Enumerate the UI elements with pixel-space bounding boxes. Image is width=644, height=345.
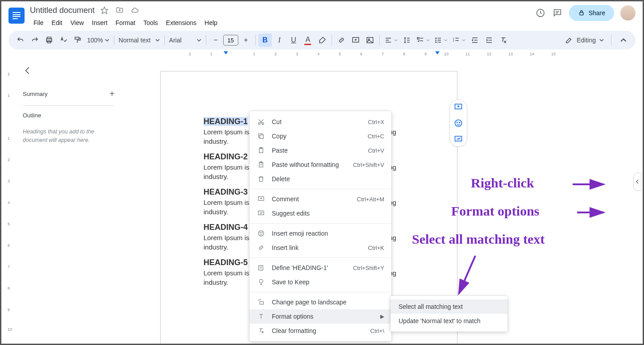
ctx-delete[interactable]: Delete <box>249 172 391 186</box>
menu-edit[interactable]: Edit <box>48 17 66 28</box>
ctx-comment[interactable]: CommentCtrl+Alt+M <box>249 192 391 206</box>
add-emoji-icon[interactable] <box>454 119 463 128</box>
menu-view[interactable]: View <box>67 17 87 28</box>
font-size-decrease[interactable]: − <box>209 33 222 47</box>
annotation-1: Right-click <box>471 175 534 191</box>
italic-button[interactable]: I <box>273 33 286 47</box>
bullet-list-button[interactable] <box>432 33 449 47</box>
svg-point-46 <box>459 122 460 123</box>
horizontal-ruler: 2 1 1 2 3 4 5 6 7 8 9 10 11 12 13 14 15 <box>16 50 643 58</box>
undo-button[interactable] <box>14 33 27 47</box>
menu-file[interactable]: File <box>30 17 47 28</box>
insert-comment-button[interactable] <box>349 33 362 47</box>
comments-icon[interactable] <box>552 8 563 18</box>
line-spacing-button[interactable] <box>400 33 414 47</box>
avatar[interactable] <box>620 5 636 21</box>
collapse-toolbar-button[interactable] <box>617 33 630 47</box>
ctx-clear-formatting[interactable]: Clear formattingCtrl+\ <box>249 324 391 338</box>
svg-rect-20 <box>417 37 419 39</box>
menu-tools[interactable]: Tools <box>140 17 162 28</box>
annotation-3: Select all matching text <box>412 232 544 247</box>
ctx-paste-plain[interactable]: Paste without formattingCtrl+Shift+V <box>249 158 391 172</box>
docs-logo[interactable] <box>8 8 25 24</box>
ctx-keep[interactable]: Save to Keep <box>249 275 391 289</box>
outline-hint: Headings that you add to the document wi… <box>23 128 115 145</box>
star-icon[interactable] <box>99 5 110 16</box>
add-summary-button[interactable]: + <box>109 89 115 99</box>
style-select[interactable]: Normal text <box>117 33 162 47</box>
sidebar-back-button[interactable] <box>23 66 33 76</box>
svg-marker-0 <box>101 7 108 14</box>
heading-1[interactable]: HEADING-1 <box>204 117 248 126</box>
svg-point-66 <box>259 279 263 283</box>
cloud-status-icon[interactable] <box>129 5 140 16</box>
ctx-link[interactable]: Insert linkCtrl+K <box>249 241 391 255</box>
spellcheck-button[interactable] <box>57 33 70 47</box>
svg-point-23 <box>435 37 436 39</box>
share-button[interactable]: Share <box>569 5 614 21</box>
context-menu: CutCtrl+X CopyCtrl+C PasteCtrl+V Paste w… <box>249 111 391 341</box>
ctx-copy[interactable]: CopyCtrl+C <box>249 129 391 143</box>
ctx-paste[interactable]: PasteCtrl+V <box>249 143 391 158</box>
ctx-cut[interactable]: CutCtrl+X <box>249 115 391 129</box>
checklist-button[interactable] <box>415 33 432 47</box>
insert-image-button[interactable] <box>363 33 377 47</box>
indent-increase-button[interactable] <box>482 33 496 47</box>
side-action-rail <box>449 100 467 147</box>
highlight-button[interactable] <box>316 33 329 47</box>
add-comment-icon[interactable] <box>454 103 463 112</box>
redo-button[interactable] <box>28 33 42 47</box>
svg-rect-4 <box>580 12 583 15</box>
svg-point-61 <box>260 233 260 233</box>
print-button[interactable] <box>42 33 56 47</box>
numbered-list-button[interactable]: 12 <box>450 33 467 47</box>
indent-decrease-button[interactable] <box>468 33 482 47</box>
menu-format[interactable]: Format <box>112 17 139 28</box>
move-folder-icon[interactable] <box>114 5 125 16</box>
svg-rect-26 <box>437 38 441 39</box>
svg-rect-50 <box>260 135 263 138</box>
svg-rect-27 <box>437 40 441 41</box>
ctx-emoji[interactable]: Insert emoji reaction <box>249 226 391 241</box>
menu-help[interactable]: Help <box>201 17 221 28</box>
submenu-select-matching[interactable]: Select all matching text <box>391 299 507 314</box>
document-title[interactable]: Untitled document <box>30 6 95 15</box>
font-size-increase[interactable]: + <box>239 33 253 47</box>
menu-insert[interactable]: Insert <box>88 17 111 28</box>
svg-point-45 <box>457 122 458 123</box>
toolbar: 100% Normal text Arial − 15 + B I U A 12… <box>8 31 636 50</box>
editing-mode-select[interactable]: Editing <box>563 33 606 47</box>
text-color-button[interactable]: A <box>301 33 315 47</box>
share-label: Share <box>589 9 605 17</box>
ctx-define[interactable]: Define 'HEADING-1'Ctrl+Shift+Y <box>249 261 391 275</box>
suggest-edits-icon[interactable] <box>454 135 463 144</box>
ctx-landscape[interactable]: Change page to landscape <box>249 295 391 309</box>
annotation-2: Format options <box>451 204 540 219</box>
menu-extensions[interactable]: Extensions <box>162 17 200 28</box>
font-size-input[interactable]: 15 <box>223 35 238 46</box>
svg-rect-28 <box>437 42 441 43</box>
font-select[interactable]: Arial <box>167 33 203 47</box>
underline-button[interactable]: U <box>287 33 300 47</box>
header: Untitled document File Edit View Insert … <box>1 1 643 28</box>
bold-button[interactable]: B <box>258 33 272 47</box>
svg-point-24 <box>435 40 436 41</box>
svg-rect-8 <box>75 37 79 39</box>
outline-label: Outline <box>23 112 115 119</box>
menu-bar: File Edit View Insert Format Tools Exten… <box>30 17 535 28</box>
clear-format-button[interactable] <box>497 33 510 47</box>
svg-point-60 <box>258 231 264 236</box>
align-button[interactable] <box>382 33 399 47</box>
outline-sidebar: Summary + Outline Headings that you add … <box>16 58 125 344</box>
submenu-update-match[interactable]: Update 'Normal text' to match <box>391 314 507 328</box>
ctx-format-options[interactable]: Format options▶ <box>249 309 391 324</box>
expand-side-panel[interactable] <box>633 173 641 191</box>
paint-format-button[interactable] <box>71 33 84 47</box>
summary-label: Summary <box>23 91 48 97</box>
svg-point-62 <box>262 233 262 233</box>
svg-text:2: 2 <box>453 39 454 42</box>
history-icon[interactable] <box>535 8 546 18</box>
zoom-select[interactable]: 100% <box>85 33 111 47</box>
ctx-suggest[interactable]: Suggest edits <box>249 206 391 220</box>
insert-link-button[interactable] <box>335 33 348 47</box>
